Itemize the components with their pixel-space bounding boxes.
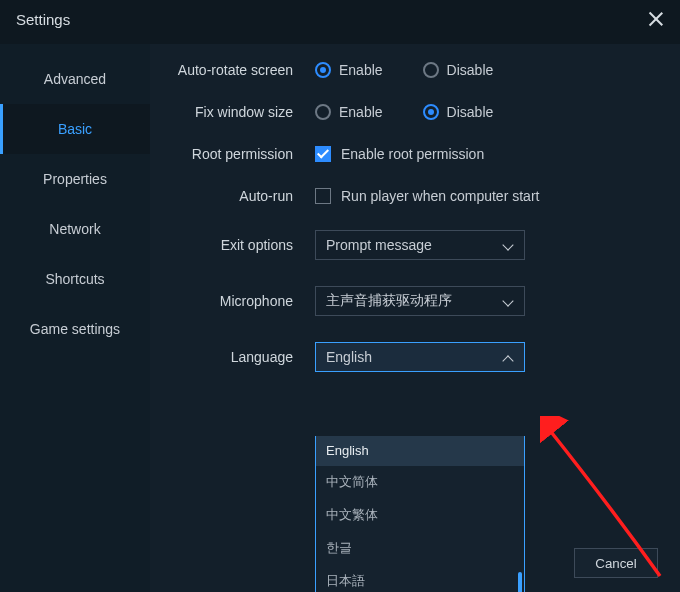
auto-rotate-enable-radio[interactable]: Enable <box>315 62 383 78</box>
sidebar-item-label: Game settings <box>30 321 120 337</box>
fix-window-label: Fix window size <box>160 104 315 120</box>
chevron-up-icon <box>502 351 514 363</box>
language-option[interactable]: 中文繁体 <box>316 499 524 532</box>
checkbox-label: Run player when computer start <box>341 188 539 204</box>
microphone-select[interactable]: 主声音捕获驱动程序 <box>315 286 525 316</box>
radio-icon <box>423 104 439 120</box>
language-option[interactable]: 中文简体 <box>316 466 524 499</box>
scrollbar-thumb[interactable] <box>518 572 522 592</box>
fix-window-disable-radio[interactable]: Disable <box>423 104 494 120</box>
root-permission-label: Root permission <box>160 146 315 162</box>
sidebar-item-advanced[interactable]: Advanced <box>0 54 150 104</box>
language-option[interactable]: English <box>316 436 524 466</box>
sidebar-item-properties[interactable]: Properties <box>0 154 150 204</box>
radio-icon <box>315 62 331 78</box>
select-value: English <box>326 349 372 365</box>
cancel-button[interactable]: Cancel <box>574 548 658 578</box>
auto-run-label: Auto-run <box>160 188 315 204</box>
language-dropdown: English 中文简体 中文繁体 한글 日本語 Tiếng Việt <box>315 436 525 592</box>
checkbox-icon <box>315 146 331 162</box>
radio-icon <box>423 62 439 78</box>
sidebar-item-shortcuts[interactable]: Shortcuts <box>0 254 150 304</box>
language-select[interactable]: English <box>315 342 525 372</box>
checkbox-label: Enable root permission <box>341 146 484 162</box>
close-icon[interactable] <box>646 10 664 28</box>
dialog-footer: Cancel <box>574 548 658 578</box>
language-option[interactable]: 한글 <box>316 532 524 565</box>
radio-label: Enable <box>339 62 383 78</box>
sidebar-item-label: Network <box>49 221 100 237</box>
sidebar: Advanced Basic Properties Network Shortc… <box>0 44 150 592</box>
sidebar-item-label: Basic <box>58 121 92 137</box>
sidebar-item-label: Advanced <box>44 71 106 87</box>
radio-icon <box>315 104 331 120</box>
auto-run-checkbox[interactable]: Run player when computer start <box>315 188 539 204</box>
auto-rotate-label: Auto-rotate screen <box>160 62 315 78</box>
sidebar-item-game-settings[interactable]: Game settings <box>0 304 150 354</box>
exit-options-label: Exit options <box>160 237 315 253</box>
language-label: Language <box>160 349 315 365</box>
exit-options-select[interactable]: Prompt message <box>315 230 525 260</box>
fix-window-enable-radio[interactable]: Enable <box>315 104 383 120</box>
settings-panel: Auto-rotate screen Enable Disable Fix wi… <box>150 44 680 592</box>
radio-label: Disable <box>447 62 494 78</box>
chevron-down-icon <box>502 239 514 251</box>
sidebar-item-basic[interactable]: Basic <box>0 104 150 154</box>
sidebar-item-network[interactable]: Network <box>0 204 150 254</box>
sidebar-item-label: Shortcuts <box>45 271 104 287</box>
language-option[interactable]: 日本語 <box>316 565 524 592</box>
radio-label: Enable <box>339 104 383 120</box>
sidebar-item-label: Properties <box>43 171 107 187</box>
microphone-label: Microphone <box>160 293 315 309</box>
auto-rotate-disable-radio[interactable]: Disable <box>423 62 494 78</box>
select-value: 主声音捕获驱动程序 <box>326 292 452 310</box>
select-value: Prompt message <box>326 237 432 253</box>
window-title: Settings <box>16 11 70 28</box>
chevron-down-icon <box>502 295 514 307</box>
root-permission-checkbox[interactable]: Enable root permission <box>315 146 484 162</box>
title-bar: Settings <box>0 0 680 44</box>
radio-label: Disable <box>447 104 494 120</box>
checkbox-icon <box>315 188 331 204</box>
